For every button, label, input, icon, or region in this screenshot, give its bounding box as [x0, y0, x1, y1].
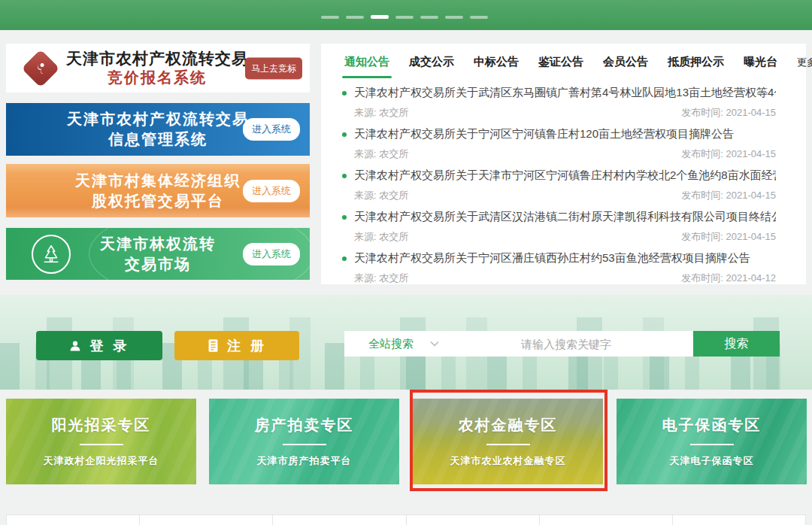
news-source: 来源: 农交所	[354, 147, 408, 161]
enter-system-button-blue[interactable]: 进入系统	[243, 118, 300, 141]
go-bid-button[interactable]: 马上去竞标	[245, 57, 302, 79]
search-input[interactable]	[439, 338, 693, 351]
news-source: 来源: 农交所	[354, 272, 408, 285]
bullet-icon	[342, 215, 347, 220]
zone-card-sunshine-procurement[interactable]: 阳光招采专区 天津政村企阳光招采平台	[6, 399, 196, 484]
footer-cell	[539, 514, 673, 525]
news-link[interactable]: 天津农村产权交易所关于武清区东马圈镇广善村第4号林业队园地13亩土地经营权等4个…	[342, 86, 776, 100]
top-carousel-bar	[0, 0, 812, 30]
logo-subtitle: 竞价报名系统	[66, 68, 248, 87]
zone-subtitle: 天津市农业农村金融专区	[450, 454, 566, 468]
zone-subtitle: 天津电子保函专区	[670, 454, 754, 468]
news-tabbar: 通知公告 成交公示 中标公告 鉴证公告 会员公告 抵质押公示 曝光台 更多 ▶	[321, 44, 806, 78]
zone-subtitle: 天津政村企阳光招采平台	[44, 454, 159, 468]
chevron-down-icon	[430, 341, 439, 347]
card-texture	[6, 399, 196, 484]
news-time: 发布时间: 2021-04-15	[681, 230, 776, 244]
footer-cell	[672, 514, 806, 525]
brand-diamond-icon	[22, 49, 60, 87]
register-button[interactable]: 注 册	[174, 331, 299, 360]
carousel-dash[interactable]	[420, 16, 438, 19]
footer-cell	[272, 514, 406, 525]
card-texture	[209, 399, 399, 484]
equity-trusteeship-platform-banner[interactable]: 天津市村集体经济组织 股权托管交易平台 进入系统	[6, 164, 310, 217]
tab-mortgage[interactable]: 抵质押公示	[668, 55, 724, 78]
news-source: 来源: 农交所	[354, 189, 408, 202]
news-link[interactable]: 天津农村产权交易所关于宁河区潘庄镇西孙庄村约53亩鱼池经营权项目摘牌公告	[342, 251, 776, 266]
page: 天津市农村产权流转交易 竞价报名系统 马上去竞标 天津市农村产权流转交易 信息管…	[0, 0, 812, 525]
user-icon	[68, 339, 82, 353]
news-item: 天津农村产权交易所关于天津市宁河区宁河镇鲁庄村村内学校北2个鱼池约8亩水面经营.…	[321, 168, 806, 210]
bullet-icon	[342, 174, 347, 178]
carousel-dash[interactable]	[371, 15, 389, 19]
carousel-dash[interactable]	[346, 16, 364, 19]
news-source: 来源: 农交所	[354, 106, 408, 120]
search-bar: 全站搜索 搜索	[344, 331, 780, 357]
bullet-icon	[342, 91, 347, 96]
zone-title: 农村金融专区	[459, 415, 558, 435]
tab-exposure[interactable]: 曝光台	[744, 55, 777, 78]
zone-divider	[283, 444, 326, 445]
carousel-dash[interactable]	[445, 16, 463, 19]
news-item: 天津农村产权交易所关于宁河区潘庄镇西孙庄村约53亩鱼池经营权项目摘牌公告 来源:…	[321, 251, 806, 293]
footer-cell	[406, 514, 540, 525]
id-card-icon	[207, 338, 220, 353]
news-time: 发布时间: 2021-04-15	[681, 147, 776, 161]
tree-icon	[32, 235, 71, 274]
news-list: 天津农村产权交易所关于武清区东马圈镇广善村第4号林业队园地13亩土地经营权等4个…	[321, 78, 806, 293]
footer-row	[6, 514, 806, 525]
zone-divider	[80, 444, 123, 445]
news-link[interactable]: 天津农村产权交易所关于天津市宁河区宁河镇鲁庄村村内学校北2个鱼池约8亩水面经营.…	[342, 168, 776, 183]
forest-rights-market-banner[interactable]: 天津市林权流转 交易市场 进入系统	[6, 228, 310, 280]
carousel-dash[interactable]	[321, 16, 339, 19]
news-link[interactable]: 天津农村产权交易所关于宁河区宁河镇鲁庄村120亩土地经营权项目摘牌公告	[342, 127, 776, 141]
card-texture	[617, 399, 807, 484]
bidding-system-logo-card[interactable]: 天津市农村产权流转交易 竞价报名系统 马上去竞标	[6, 44, 310, 93]
zone-divider	[690, 444, 734, 445]
news-source: 来源: 农交所	[354, 230, 408, 244]
zone-card-property-auction[interactable]: 房产拍卖专区 天津市房产拍卖平台	[209, 399, 399, 484]
carousel-dash[interactable]	[470, 16, 488, 19]
carousel-dash[interactable]	[395, 16, 414, 19]
news-item: 天津农村产权交易所关于武清区东马圈镇广善村第4号林业队园地13亩土地经营权等4个…	[321, 86, 806, 127]
news-time: 发布时间: 2021-04-12	[681, 272, 776, 285]
zone-title: 电子保函专区	[662, 415, 762, 435]
zone-title: 房产拍卖专区	[255, 415, 354, 435]
login-button[interactable]: 登 录	[36, 331, 162, 360]
footer-cell	[139, 514, 273, 525]
search-button[interactable]: 搜索	[693, 331, 780, 357]
tab-winning-bid[interactable]: 中标公告	[474, 55, 519, 78]
news-item: 天津农村产权交易所关于武清区汉沽港镇二街村原天津凯得利科技有限公司项目终结公告 …	[321, 210, 806, 251]
zone-divider	[486, 444, 530, 445]
news-time: 发布时间: 2021-04-15	[681, 106, 776, 120]
zone-title: 阳光招采专区	[52, 415, 151, 435]
more-link[interactable]: 更多 ▶	[797, 56, 812, 78]
news-item: 天津农村产权交易所关于宁河区宁河镇鲁庄村120亩土地经营权项目摘牌公告 来源: …	[321, 127, 806, 168]
footer-cell	[6, 514, 140, 525]
bullet-icon	[342, 132, 347, 137]
search-scope-select[interactable]: 全站搜索	[368, 337, 439, 351]
news-time: 发布时间: 2021-04-15	[681, 189, 776, 202]
news-link[interactable]: 天津农村产权交易所关于武清区汉沽港镇二街村原天津凯得利科技有限公司项目终结公告	[342, 210, 776, 224]
tab-notice[interactable]: 通知公告	[344, 55, 389, 78]
zone-card-e-guarantee[interactable]: 电子保函专区 天津电子保函专区	[617, 399, 807, 484]
search-scope-label: 全站搜索	[368, 337, 414, 351]
zone-subtitle: 天津市房产拍卖平台	[257, 454, 352, 468]
tab-member[interactable]: 会员公告	[603, 55, 648, 78]
enter-system-button-green[interactable]: 进入系统	[243, 243, 300, 266]
enter-system-button-orange[interactable]: 进入系统	[243, 180, 300, 202]
tab-authentication[interactable]: 鉴证公告	[538, 55, 583, 78]
logo-title: 天津市农村产权流转交易	[66, 49, 248, 68]
news-panel: 通知公告 成交公示 中标公告 鉴证公告 会员公告 抵质押公示 曝光台 更多 ▶ …	[321, 44, 806, 284]
info-management-system-banner[interactable]: 天津市农村产权流转交易 信息管理系统 进入系统	[6, 103, 310, 156]
zone-card-rural-finance[interactable]: 农村金融专区 天津市农业农村金融专区	[413, 399, 603, 484]
card-texture	[413, 399, 603, 484]
carousel-dashes	[321, 16, 488, 19]
tab-deal-publicity[interactable]: 成交公示	[409, 55, 454, 78]
bullet-icon	[342, 256, 347, 261]
